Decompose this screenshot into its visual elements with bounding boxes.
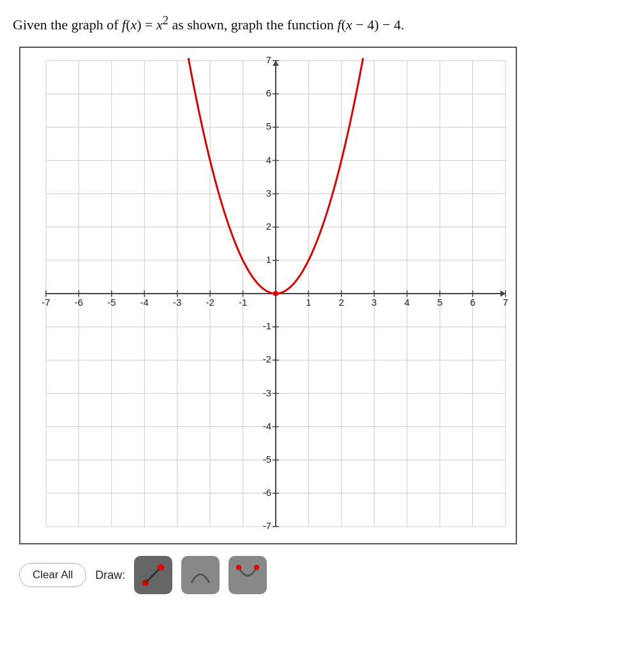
clear-all-button[interactable]: Clear All (19, 563, 86, 587)
problem-statement: Given the graph of f(x) = x2 as shown, g… (13, 13, 625, 35)
toolbar: Clear All Draw: (19, 556, 625, 594)
svg-point-2 (158, 564, 164, 571)
parabola-up-icon (189, 564, 212, 587)
parabola-up-tool[interactable] (181, 556, 220, 594)
parabola-down-tool[interactable] (228, 556, 267, 594)
parabola-down-icon (236, 564, 259, 587)
line-segment-tool[interactable] (134, 556, 172, 594)
draw-label: Draw: (95, 569, 125, 582)
svg-point-4 (254, 565, 259, 570)
svg-line-1 (146, 567, 161, 583)
line-segment-icon (142, 564, 165, 587)
svg-point-3 (236, 565, 241, 570)
graph-area[interactable] (19, 47, 517, 544)
